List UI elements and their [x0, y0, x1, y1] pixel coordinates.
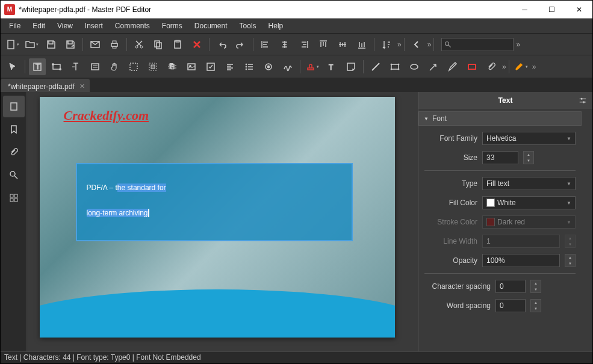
form-tool[interactable] — [87, 58, 104, 75]
menu-edit[interactable]: Edit — [26, 19, 51, 32]
stamp-tool[interactable]: ▾ — [304, 58, 321, 75]
print-button[interactable] — [106, 36, 123, 53]
hand-tool[interactable] — [106, 58, 123, 75]
pdf-page[interactable]: Crackedify.com PDF/A – the standard for … — [40, 97, 395, 338]
attachment-tool[interactable] — [483, 58, 500, 75]
panel-settings-icon[interactable] — [577, 94, 589, 106]
tools-overflow-icon[interactable]: » — [502, 63, 505, 71]
paste-button[interactable] — [169, 36, 186, 53]
svg-rect-43 — [14, 194, 17, 197]
svg-rect-33 — [391, 64, 399, 69]
rectangle-tool[interactable] — [387, 58, 403, 75]
editable-text-block[interactable]: PDF/A – the standard for long-term archi… — [76, 163, 353, 241]
close-tab-icon[interactable]: ✕ — [79, 82, 85, 90]
opacity-spinner[interactable]: ▲▼ — [565, 254, 576, 267]
panel-scrollbar[interactable] — [582, 109, 592, 351]
menu-view[interactable]: View — [51, 19, 79, 32]
maximize-button[interactable]: ☐ — [538, 1, 565, 19]
svg-rect-45 — [14, 199, 17, 202]
save-as-button[interactable] — [62, 36, 79, 53]
toolbar-overflow-icon[interactable]: » — [397, 40, 400, 49]
char-spacing-input[interactable]: 0 — [495, 280, 526, 293]
search-tab[interactable] — [3, 164, 25, 186]
line-tool[interactable] — [367, 58, 384, 75]
delete-button[interactable] — [188, 36, 205, 53]
svg-rect-20 — [151, 65, 155, 69]
word-spacing-input[interactable]: 0 — [495, 299, 526, 312]
thumbnails-tab[interactable] — [3, 96, 25, 117]
char-spacing-spinner[interactable]: ▲▼ — [530, 280, 541, 293]
menu-file[interactable]: File — [3, 19, 26, 32]
select-area-tool[interactable] — [125, 58, 142, 75]
font-section-header[interactable]: ▼ Font — [418, 111, 582, 126]
menu-document[interactable]: Document — [188, 19, 234, 32]
search-overflow-icon[interactable]: » — [516, 40, 519, 49]
close-button[interactable]: ✕ — [565, 1, 592, 19]
svg-point-6 — [140, 46, 143, 48]
arrow-tool[interactable] — [425, 58, 442, 75]
document-tab[interactable]: *whitepaper-pdfa.pdf ✕ — [1, 79, 90, 92]
text-tool[interactable]: T — [323, 58, 340, 75]
menu-comments[interactable]: Comments — [109, 19, 156, 32]
radio-tool[interactable] — [260, 58, 277, 75]
layers-tab[interactable] — [3, 187, 25, 209]
select-tool[interactable] — [4, 58, 21, 75]
edit-object-tool[interactable] — [48, 58, 65, 75]
open-file-button[interactable]: ▾ — [23, 36, 40, 53]
ellipse-tool[interactable] — [406, 58, 423, 75]
chevron-down-icon: ▼ — [567, 200, 571, 206]
copy-button[interactable] — [150, 36, 167, 53]
fill-color-select[interactable]: White ▼ — [482, 196, 576, 209]
size-spinner[interactable]: ▲▼ — [523, 151, 534, 164]
align-left-button[interactable] — [257, 36, 274, 53]
note-tool[interactable] — [343, 58, 359, 75]
svg-rect-39 — [468, 64, 476, 69]
highlight-box-tool[interactable] — [464, 58, 480, 75]
bookmarks-tab[interactable] — [3, 119, 25, 140]
list-tool[interactable] — [241, 58, 258, 75]
link-tool[interactable]: ⎘ — [164, 58, 181, 75]
char-spacing-label: Character spacing — [424, 282, 491, 291]
vertical-text-tool[interactable] — [67, 58, 84, 75]
word-spacing-spinner[interactable]: ▲▼ — [530, 299, 541, 312]
menu-tools[interactable]: Tools — [234, 19, 262, 32]
cut-button[interactable] — [131, 36, 147, 53]
text-align-tool[interactable] — [222, 58, 238, 75]
search-input[interactable] — [441, 38, 514, 51]
snapshot-tool[interactable] — [144, 58, 161, 75]
vertical-scrollbar[interactable] — [407, 92, 418, 351]
signature-tool[interactable] — [279, 58, 296, 75]
sort-button[interactable] — [378, 36, 395, 53]
nav-overflow-icon[interactable]: » — [427, 40, 430, 49]
checkbox-tool[interactable] — [202, 58, 219, 75]
save-button[interactable] — [43, 36, 60, 53]
undo-button[interactable] — [213, 36, 230, 53]
highlight-overflow-icon[interactable]: » — [532, 63, 535, 71]
email-button[interactable] — [87, 36, 104, 53]
attachments-tab[interactable] — [3, 141, 25, 163]
align-top-button[interactable] — [315, 36, 332, 53]
menu-help[interactable]: Help — [262, 19, 290, 32]
type-select[interactable]: Fill text▼ — [482, 177, 576, 190]
align-bottom-button[interactable] — [353, 36, 370, 53]
align-middle-button[interactable] — [334, 36, 351, 53]
prev-page-button[interactable] — [408, 36, 425, 53]
font-family-select[interactable]: Helvetica▼ — [482, 132, 576, 145]
edit-text-tool[interactable]: T — [29, 58, 46, 75]
redo-button[interactable] — [232, 36, 249, 53]
document-tabbar: *whitepaper-pdfa.pdf ✕ — [1, 78, 592, 92]
opacity-input[interactable]: 100% — [482, 254, 560, 267]
text-selection-line2: long-term archiving — [87, 209, 148, 217]
size-input[interactable]: 33 — [482, 151, 518, 164]
minimize-button[interactable]: ─ — [511, 1, 538, 19]
pencil-tool[interactable] — [444, 58, 461, 75]
align-right-button[interactable] — [296, 36, 312, 53]
menu-forms[interactable]: Forms — [156, 19, 188, 32]
document-canvas[interactable]: Crackedify.com PDF/A – the standard for … — [27, 92, 407, 351]
image-tool[interactable] — [183, 58, 200, 75]
svg-rect-31 — [308, 68, 314, 70]
highlighter-tool[interactable]: ▾ — [513, 58, 530, 75]
new-file-button[interactable]: ▾ — [4, 36, 21, 53]
menu-insert[interactable]: Insert — [79, 19, 109, 32]
align-center-button[interactable] — [276, 36, 293, 53]
